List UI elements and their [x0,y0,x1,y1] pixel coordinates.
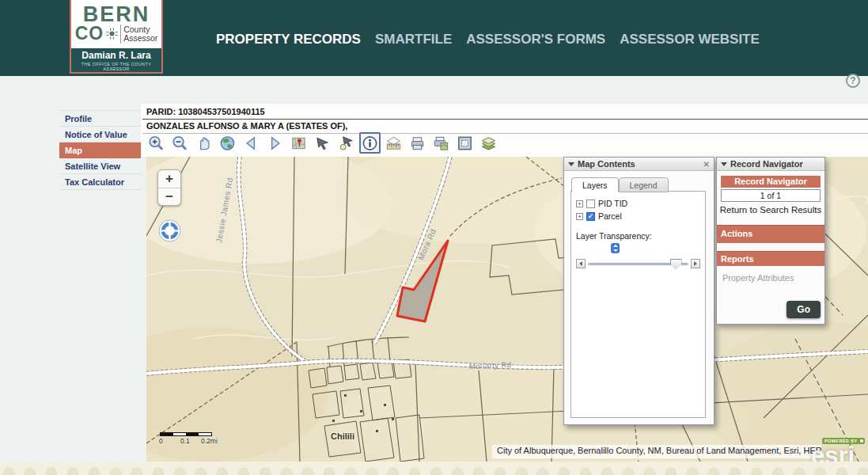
previous-extent-tool[interactable] [241,132,262,154]
scale-tick-01: 0.1 [180,437,190,445]
nav-smartfile[interactable]: SMARTFILE [375,32,452,48]
identify-tool[interactable] [359,132,381,154]
measure-tool[interactable] [383,132,404,154]
map-contents-panel: Map Contents ✕ Layers Legend + PID TID +… [563,157,714,425]
cursor-arrow-icon [313,134,332,153]
slider-right-button[interactable] [691,259,700,268]
logo-co-text: CO [75,23,104,44]
pan-hand-icon [195,134,213,153]
sidebar: Profile Notice of Value Map Satellite Vi… [59,110,141,190]
layers-tool[interactable] [478,132,499,154]
assessor-map-page: BERN CO County Assessor [0,0,868,475]
expand-icon[interactable]: + [576,200,583,207]
help-icon[interactable]: ? [846,74,860,88]
print-tool[interactable] [407,132,428,154]
select-tool[interactable] [312,132,333,154]
close-icon[interactable]: ✕ [703,160,710,169]
sidebar-item-profile[interactable]: Profile [59,111,141,127]
logo-bern-text: BERN [71,4,161,25]
hyperlink-tool[interactable] [335,132,357,154]
slider-thumb[interactable] [670,259,682,270]
go-button[interactable]: Go [787,301,821,318]
map-zoom-out-button[interactable]: − [158,188,180,205]
pid-tid-checkbox[interactable] [586,200,595,208]
map-zoom-control: + − [157,169,181,206]
nav-assessor-website[interactable]: ASSESSOR WEBSITE [620,32,760,48]
logo-divider [120,25,121,44]
map-contents-title: Map Contents [578,159,635,169]
locate-tool[interactable] [288,132,309,154]
map-zoom-in-button[interactable]: + [158,170,180,188]
next-extent-tool[interactable] [264,132,286,154]
logo-footer: Damian R. Lara THE OFFICE OF THE COUNTY … [71,48,161,72]
scale-tick-0: 0 [159,437,163,445]
nav-assessors-forms[interactable]: ASSESSOR'S FORMS [466,32,605,48]
actions-bar[interactable]: Actions [717,225,824,243]
logo-county-assessor: County Assessor [123,25,157,43]
parcel-checkbox[interactable]: ✓ [586,212,595,221]
sidebar-item-satellite-view[interactable]: Satellite View [59,158,141,174]
record-navigator-header[interactable]: Record Navigator [717,158,824,171]
map-contents-tabs: Layers Legend [571,177,669,192]
office-caption: THE OFFICE OF THE COUNTY ASSESSOR [71,62,161,71]
collapse-triangle-icon[interactable] [721,162,727,166]
identify-info-icon [361,134,379,153]
back-arrow-icon [242,134,260,153]
logo-co-row: CO County Assessor [71,23,161,44]
pan-tool[interactable] [193,132,214,154]
scale-bar-labels: 0 0.1 0.2mi [160,436,215,444]
overview-tool[interactable] [454,132,476,154]
zoom-in-icon [147,134,165,153]
site-header: BERN CO County Assessor [0,0,868,76]
sidebar-item-notice-of-value[interactable]: Notice of Value [59,127,141,142]
scale-tick-02mi: 0.2mi [201,437,218,445]
forward-arrow-icon [266,134,284,153]
expand-icon[interactable]: + [576,213,583,220]
bernco-logo[interactable]: BERN CO County Assessor [70,0,163,74]
left-arrow-icon [579,261,582,266]
print-map-tool[interactable] [430,132,452,154]
slider-left-button[interactable] [576,259,586,268]
sidebar-item-map[interactable]: Map [59,142,141,158]
transparency-slider [576,259,700,268]
transparency-spinner-icon[interactable] [611,243,620,253]
zia-sun-icon [106,28,118,40]
collapse-triangle-icon[interactable] [568,162,574,166]
map-attribution: City of Albuquerque, Bernalillo County, … [492,445,821,458]
record-header: PARID: 103804537501940115 GONZALES ALFON… [142,107,868,134]
printer-map-icon [432,134,450,153]
compass-locate-icon[interactable] [158,219,181,242]
measure-ruler-icon [385,134,403,153]
tab-layers[interactable]: Layers [571,177,619,192]
zoom-in-tool[interactable] [146,132,167,154]
transparency-label: Layer Transparency: [576,231,700,241]
powered-by-badge: POWERED BY [822,438,865,444]
main-nav: PROPERTY RECORDS SMARTFILE ASSESSOR'S FO… [216,32,760,48]
reports-bar[interactable]: Reports [717,251,824,266]
layer-row-parcel: + ✓ Parcel [576,211,700,221]
map-pin-icon [290,134,308,153]
nav-property-records[interactable]: PROPERTY RECORDS [216,32,361,48]
layer-label-pid-tid: PID TID [598,199,627,208]
record-position-box[interactable]: 1 of 1 [721,189,821,202]
scale-bar: 0 0.1 0.2mi [160,432,215,444]
slider-track[interactable] [588,263,688,265]
map-toolbar [146,131,499,155]
layer-row-pid-tid: + PID TID [576,199,700,208]
globe-icon [218,134,237,153]
return-to-search-link[interactable]: Return to Search Results [717,205,824,215]
layers-stack-icon [479,134,498,153]
map-contents-header[interactable]: Map Contents ✕ [564,158,714,171]
right-arrow-icon [694,261,697,266]
record-navigator-title: Record Navigator [730,159,803,169]
property-attributes-label: Property Attributes [722,273,824,283]
footer-pattern-strip [0,462,868,475]
sidebar-item-tax-calculator[interactable]: Tax Calculator [59,174,141,190]
town-label: Chilili [331,431,354,441]
record-navigator-panel: Record Navigator Record Navigator 1 of 1… [716,157,825,325]
tab-legend[interactable]: Legend [619,177,669,192]
overview-extent-icon [456,134,474,153]
zoom-out-tool[interactable] [169,132,191,154]
zoom-out-icon [171,134,189,153]
full-extent-tool[interactable] [217,132,238,154]
